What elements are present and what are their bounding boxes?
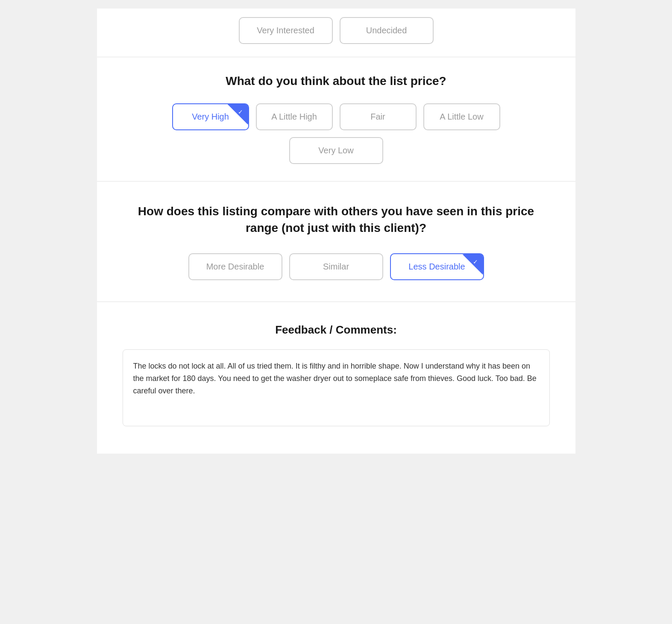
section-feedback: Feedback / Comments: — [97, 302, 575, 454]
checkmark-icon — [229, 104, 248, 124]
option-fair[interactable]: Fair — [340, 103, 417, 130]
option-very-high[interactable]: Very High — [172, 103, 249, 130]
option-similar[interactable]: Similar — [289, 253, 383, 280]
page-container: Very Interested Undecided What do you th… — [97, 9, 575, 454]
feedback-textarea[interactable] — [123, 349, 550, 426]
option-undecided[interactable]: Undecided — [340, 17, 434, 44]
section-price: What do you think about the list price? … — [97, 57, 575, 182]
price-section-title: What do you think about the list price? — [123, 74, 550, 88]
feedback-title: Feedback / Comments: — [123, 323, 550, 337]
option-a-little-low[interactable]: A Little Low — [423, 103, 500, 130]
option-less-desirable[interactable]: Less Desirable — [390, 253, 484, 280]
option-very-low[interactable]: Very Low — [289, 137, 383, 164]
compare-options-row: More Desirable Similar Less Desirable — [123, 253, 550, 280]
top-options-row: Very Interested Undecided — [123, 17, 550, 44]
checkmark-icon-less-desirable — [464, 254, 483, 274]
option-very-interested[interactable]: Very Interested — [239, 17, 333, 44]
option-more-desirable[interactable]: More Desirable — [188, 253, 282, 280]
section-compare: How does this listing compare with other… — [97, 182, 575, 302]
price-options-row2: Very Low — [123, 137, 550, 164]
compare-section-title: How does this listing compare with other… — [123, 203, 550, 236]
price-options-row1: Very High A Little High Fair A Little Lo… — [123, 103, 550, 130]
option-a-little-high[interactable]: A Little High — [256, 103, 333, 130]
section-top: Very Interested Undecided — [97, 9, 575, 57]
